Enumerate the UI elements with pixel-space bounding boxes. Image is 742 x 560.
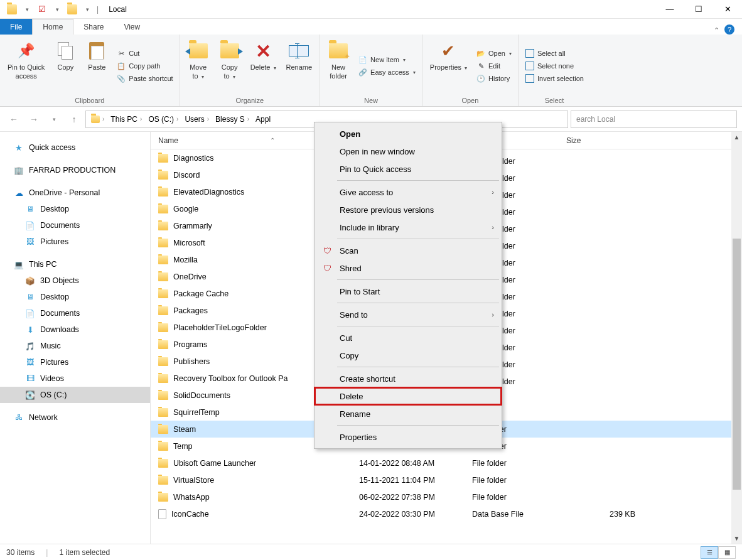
folder-icon [158,188,168,197]
file-name: OneDrive [173,272,207,281]
qat-overflow-icon[interactable]: ▾ [80,3,94,16]
breadcrumb-item[interactable]: OS (C:)› [146,115,181,124]
ctx-cut[interactable]: Cut [315,329,502,347]
ctx-rename[interactable]: Rename [315,405,502,423]
search-input[interactable]: earch Local [571,110,737,128]
file-row[interactable]: IconCache24-02-2022 03:30 PMData Base Fi… [151,505,742,522]
ctx-open-new-window[interactable]: Open in new window [315,143,502,160]
file-date: 15-11-2021 11:04 PM [359,476,472,485]
new-folder-button[interactable]: ✦ New folder [324,37,353,95]
details-view-button[interactable]: ☰ [701,546,718,559]
nav-this-pc[interactable]: 💻This PC [0,256,150,272]
scroll-down-icon[interactable]: ▼ [731,533,742,544]
ctx-send-to[interactable]: Send to› [315,306,502,323]
nav-network[interactable]: 🖧Network [0,409,150,426]
scroll-up-icon[interactable]: ▲ [731,132,742,143]
pin-to-quick-access-button[interactable]: 📌 Pin to Quick access [4,37,48,95]
nav-os-drive[interactable]: 💽OS (C:) [0,387,150,403]
home-tab[interactable]: Home [32,19,73,35]
folder-icon [158,306,168,315]
ctx-delete[interactable]: Delete [315,387,502,405]
ctx-pin-start[interactable]: Pin to Start [315,283,502,300]
folder-icon [5,3,19,16]
chevron-right-icon: › [492,223,494,231]
nav-onedrive-pictures[interactable]: 🖼Pictures [0,234,150,250]
invert-selection-button[interactable]: Invert selection [522,73,586,84]
breadcrumb-item[interactable]: Blessy S› [213,115,252,124]
copy-to-button[interactable]: Copy to ▾ [215,37,244,95]
help-icon[interactable]: ? [724,24,734,35]
recent-dropdown-icon[interactable]: ▾ [45,110,63,128]
scroll-thumb[interactable] [733,239,741,490]
ctx-give-access-to[interactable]: Give access to› [315,183,502,201]
separator [337,326,499,326]
nav-onedrive[interactable]: ☁OneDrive - Personal [0,185,150,201]
file-row[interactable]: VirtualStore15-11-2021 11:04 PMFile fold… [151,471,742,488]
nav-documents[interactable]: 📄Documents [0,305,150,321]
ctx-scan[interactable]: 🛡Scan [315,242,502,259]
history-button[interactable]: 🕑History [473,73,514,84]
rename-button[interactable]: Rename [282,37,316,95]
breadcrumb-item[interactable]: Users› [182,115,212,124]
nav-desktop[interactable]: 🖥Desktop [0,289,150,305]
star-icon: ★ [14,143,24,153]
forward-button[interactable]: → [25,110,43,128]
maximize-button[interactable]: ☐ [684,0,713,19]
ctx-restore-versions[interactable]: Restore previous versions [315,201,502,218]
desktop-icon: 🖥 [25,204,35,214]
properties-button[interactable]: ✔ Properties ▾ [426,37,471,95]
file-name: VirtualStore [173,476,214,485]
vertical-scrollbar[interactable]: ▲ ▼ [731,132,742,544]
cube-icon: 📦 [25,276,35,286]
nav-3d-objects[interactable]: 📦3D Objects [0,272,150,289]
col-size[interactable]: Size [566,136,660,145]
collapse-ribbon-icon[interactable]: ⌃ [714,26,719,35]
select-none-button[interactable]: Select none [522,60,586,72]
breadcrumb-item[interactable]: This PC› [108,115,144,124]
checkbox-icon[interactable]: ☑ [35,3,49,16]
thumbnails-view-button[interactable]: ▦ [718,546,736,559]
ctx-pin-quick-access[interactable]: Pin to Quick access [315,160,502,178]
nav-music[interactable]: 🎵Music [0,338,150,354]
nav-farrad[interactable]: 🏢FARRAD PRODUCTION [0,162,150,178]
view-tab[interactable]: View [114,19,150,35]
nav-videos[interactable]: 🎞Videos [0,370,150,387]
ctx-open[interactable]: Open [315,125,502,143]
share-tab[interactable]: Share [73,19,114,35]
paste-shortcut-button[interactable]: 📎Paste shortcut [114,73,175,84]
file-tab[interactable]: File [0,19,32,35]
select-all-button[interactable]: Select all [522,48,586,59]
delete-button[interactable]: ✕ Delete ▾ [247,37,280,95]
easy-access-button[interactable]: 🔗Easy access▾ [355,67,418,78]
copy-path-button[interactable]: 📋Copy path [114,60,175,72]
ctx-properties[interactable]: Properties [315,428,502,446]
nav-onedrive-desktop[interactable]: 🖥Desktop [0,201,150,217]
minimize-button[interactable]: — [655,0,684,19]
qat-dropdown-icon[interactable]: ▾ [20,3,34,16]
paste-button[interactable]: Paste [82,37,111,95]
nav-quick-access[interactable]: ★Quick access [0,139,150,156]
folder-icon [158,509,166,519]
qat-dropdown2-icon[interactable]: ▾ [50,3,64,16]
nav-pictures[interactable]: 🖼Pictures [0,354,150,370]
breadcrumb-item[interactable]: Appl [253,115,273,124]
close-button[interactable]: ✕ [713,0,742,19]
up-button[interactable]: ↑ [65,110,83,128]
ctx-create-shortcut[interactable]: Create shortcut [315,370,502,387]
nav-onedrive-documents[interactable]: 📄Documents [0,217,150,234]
new-item-button[interactable]: 📄New item▾ [355,54,418,65]
edit-button[interactable]: ✎Edit [473,60,514,72]
nav-downloads[interactable]: ⬇Downloads [0,321,150,338]
ctx-include-library[interactable]: Include in library› [315,218,502,236]
copy-to-icon [220,41,240,61]
back-button[interactable]: ← [5,110,23,128]
copy-button[interactable]: Copy [51,37,80,95]
file-row[interactable]: Ubisoft Game Launcher14-01-2022 08:48 AM… [151,455,742,471]
ctx-copy[interactable]: Copy [315,347,502,364]
file-row[interactable]: WhatsApp06-02-2022 07:38 PMFile folder [151,488,742,505]
button-label: Paste [88,63,105,72]
move-to-button[interactable]: Move to ▾ [184,37,213,95]
cut-button[interactable]: ✂Cut [114,48,175,59]
open-button[interactable]: 📂Open▾ [473,48,514,59]
ctx-shred[interactable]: 🛡Shred [315,259,502,277]
